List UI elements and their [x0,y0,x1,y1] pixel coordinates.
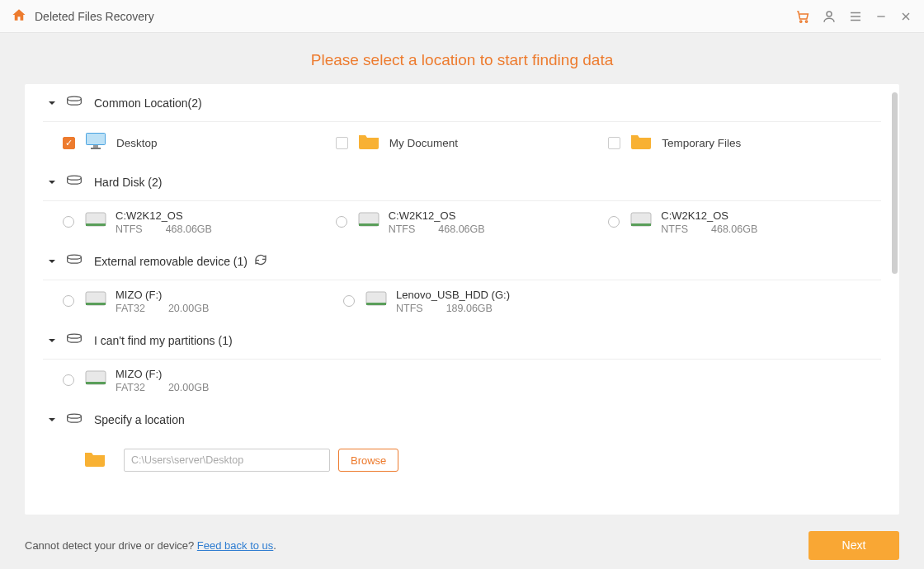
section-label: External removable device (1) [94,255,248,268]
svg-rect-25 [366,303,386,305]
svg-rect-20 [631,223,651,226]
radio-drive[interactable] [608,216,620,228]
svg-point-0 [800,20,802,21]
section-harddisk-header[interactable]: Hard Disk (2) [43,163,881,201]
drive-icon [66,332,82,348]
chevron-down-icon [48,255,56,268]
drive-icon [66,412,82,428]
svg-rect-13 [91,148,101,149]
folder-icon [84,450,106,470]
chevron-down-icon [48,334,56,347]
drive-size: 20.00GB [168,303,209,314]
monitor-icon [85,132,106,153]
section-common-header[interactable]: Common Location(2) [43,84,881,122]
subtitle: Please select a location to start findin… [0,33,924,84]
browse-button[interactable]: Browse [338,449,398,472]
svg-rect-18 [359,223,379,226]
footer-prompt: Cannot detect your drive or device? Feed… [25,539,276,552]
drive-fs: NTFS [396,303,423,314]
path-input[interactable] [124,449,330,472]
svg-point-21 [68,255,82,259]
drive-fs: FAT32 [116,382,145,393]
radio-drive[interactable] [63,374,74,386]
hdd-icon [84,290,107,312]
feedback-link[interactable]: Feed back to us [197,539,274,552]
next-button[interactable]: Next [808,531,899,560]
drive-name: MIZO (F:) [116,289,209,301]
drive-name: MIZO (F:) [116,368,209,380]
tempfiles-label: Temporary Files [662,137,741,149]
nopartitions-row: MIZO (F:)FAT3220.00GB [43,360,881,401]
refresh-icon[interactable] [254,253,267,269]
svg-rect-11 [87,134,105,144]
drive-icon [66,95,82,111]
drive-name: C:W2K12_OS [389,209,485,222]
minimize-icon[interactable] [874,10,888,23]
drive-size: 189.06GB [446,303,493,314]
drive-icon [66,253,82,269]
external-row: MIZO (F:)FAT3220.00GB Lenovo_USB_HDD (G:… [43,280,881,322]
home-icon[interactable] [12,7,26,26]
checkbox-desktop[interactable] [63,137,75,149]
menu-icon[interactable] [848,9,863,24]
specify-row: Browse [43,439,881,482]
harddisk-row: C:W2K12_OSNTFS468.06GB C:W2K12_OSNTFS468… [43,201,881,242]
svg-rect-23 [86,303,106,305]
title-bar: Deleted Files Recovery [0,0,924,33]
drive-name: C:W2K12_OS [661,209,757,222]
section-label: Specify a location [94,413,185,426]
svg-rect-28 [86,382,106,384]
radio-drive[interactable] [343,295,355,307]
drive-fs: FAT32 [116,303,145,314]
section-nopartitions-header[interactable]: I can't find my partitions (1) [43,322,881,360]
drive-name: C:W2K12_OS [116,209,212,222]
drive-icon [66,174,82,190]
checkbox-tempfiles[interactable] [608,137,620,149]
radio-drive[interactable] [63,295,74,307]
section-label: Hard Disk (2) [94,176,162,189]
checkbox-mydocument[interactable] [336,137,348,149]
svg-point-26 [68,334,82,338]
hdd-icon [84,211,107,233]
radio-drive[interactable] [63,216,74,228]
svg-rect-12 [93,145,98,148]
drive-size: 20.00GB [168,382,209,393]
drive-size: 468.06GB [711,223,757,235]
chevron-down-icon [48,96,56,110]
user-icon[interactable] [822,9,837,24]
chevron-down-icon [48,176,56,189]
drive-fs: NTFS [116,223,143,235]
section-external-header[interactable]: External removable device (1) [43,242,881,280]
hdd-icon [357,211,380,233]
svg-rect-16 [86,223,106,226]
drive-fs: NTFS [661,223,688,235]
location-panel: Common Location(2) Desktop My Document T… [25,84,899,515]
svg-point-29 [68,414,82,418]
svg-point-1 [805,20,807,21]
mydocument-label: My Document [389,137,458,149]
section-specify-header[interactable]: Specify a location [43,401,881,439]
chevron-down-icon [48,413,56,426]
hdd-icon [365,290,388,312]
drive-fs: NTFS [389,223,416,235]
close-icon[interactable] [899,10,912,23]
svg-point-14 [68,176,82,180]
drive-name: Lenovo_USB_HDD (G:) [396,289,510,301]
scrollbar-thumb[interactable] [892,92,898,274]
footer: Cannot detect your drive or device? Feed… [0,521,924,569]
radio-drive[interactable] [336,216,347,228]
folder-icon [358,133,380,153]
desktop-label: Desktop [116,137,158,149]
cart-icon[interactable] [795,9,810,24]
section-label: I can't find my partitions (1) [94,334,233,347]
hdd-icon [629,211,653,233]
page-title: Deleted Files Recovery [35,10,795,23]
hdd-icon [84,369,107,391]
svg-point-9 [68,96,82,101]
drive-size: 468.06GB [166,223,212,235]
svg-point-2 [827,12,832,16]
folder-icon [630,133,652,153]
section-label: Common Location(2) [94,96,202,110]
common-locations-row: Desktop My Document Temporary Files [43,122,881,163]
header-actions [795,9,912,24]
